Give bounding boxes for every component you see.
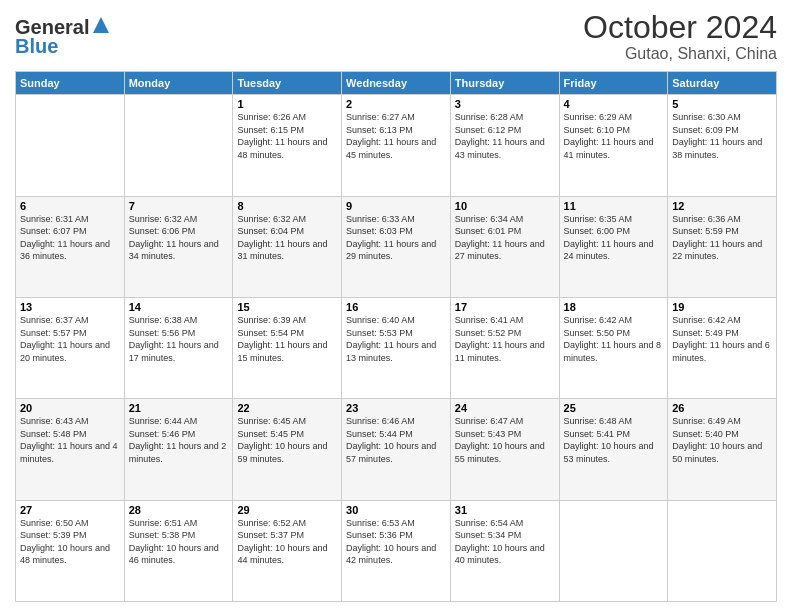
calendar-week-5: 27Sunrise: 6:50 AM Sunset: 5:39 PM Dayli… — [16, 500, 777, 601]
calendar-cell — [16, 95, 125, 196]
header: General Blue October 2024 Gutao, Shanxi,… — [15, 10, 777, 63]
calendar-table: Sunday Monday Tuesday Wednesday Thursday… — [15, 71, 777, 602]
calendar-cell: 4Sunrise: 6:29 AM Sunset: 6:10 PM Daylig… — [559, 95, 668, 196]
day-number: 19 — [672, 301, 772, 313]
calendar-cell: 14Sunrise: 6:38 AM Sunset: 5:56 PM Dayli… — [124, 297, 233, 398]
calendar-cell: 20Sunrise: 6:43 AM Sunset: 5:48 PM Dayli… — [16, 399, 125, 500]
day-number: 31 — [455, 504, 555, 516]
day-detail: Sunrise: 6:32 AM Sunset: 6:04 PM Dayligh… — [237, 213, 337, 263]
day-number: 25 — [564, 402, 664, 414]
calendar-cell: 11Sunrise: 6:35 AM Sunset: 6:00 PM Dayli… — [559, 196, 668, 297]
calendar-cell: 21Sunrise: 6:44 AM Sunset: 5:46 PM Dayli… — [124, 399, 233, 500]
day-number: 23 — [346, 402, 446, 414]
day-detail: Sunrise: 6:49 AM Sunset: 5:40 PM Dayligh… — [672, 415, 772, 465]
day-number: 20 — [20, 402, 120, 414]
day-number: 28 — [129, 504, 229, 516]
day-detail: Sunrise: 6:44 AM Sunset: 5:46 PM Dayligh… — [129, 415, 229, 465]
logo-icon — [91, 15, 111, 35]
calendar-cell: 24Sunrise: 6:47 AM Sunset: 5:43 PM Dayli… — [450, 399, 559, 500]
day-detail: Sunrise: 6:36 AM Sunset: 5:59 PM Dayligh… — [672, 213, 772, 263]
day-detail: Sunrise: 6:38 AM Sunset: 5:56 PM Dayligh… — [129, 314, 229, 364]
day-detail: Sunrise: 6:35 AM Sunset: 6:00 PM Dayligh… — [564, 213, 664, 263]
title-block: October 2024 Gutao, Shanxi, China — [583, 10, 777, 63]
day-detail: Sunrise: 6:42 AM Sunset: 5:49 PM Dayligh… — [672, 314, 772, 364]
calendar-cell — [124, 95, 233, 196]
calendar-cell: 19Sunrise: 6:42 AM Sunset: 5:49 PM Dayli… — [668, 297, 777, 398]
day-number: 7 — [129, 200, 229, 212]
calendar-cell: 16Sunrise: 6:40 AM Sunset: 5:53 PM Dayli… — [342, 297, 451, 398]
day-number: 4 — [564, 98, 664, 110]
day-number: 30 — [346, 504, 446, 516]
day-detail: Sunrise: 6:45 AM Sunset: 5:45 PM Dayligh… — [237, 415, 337, 465]
calendar-cell: 10Sunrise: 6:34 AM Sunset: 6:01 PM Dayli… — [450, 196, 559, 297]
day-number: 2 — [346, 98, 446, 110]
day-detail: Sunrise: 6:34 AM Sunset: 6:01 PM Dayligh… — [455, 213, 555, 263]
day-detail: Sunrise: 6:32 AM Sunset: 6:06 PM Dayligh… — [129, 213, 229, 263]
calendar-cell: 1Sunrise: 6:26 AM Sunset: 6:15 PM Daylig… — [233, 95, 342, 196]
col-wednesday: Wednesday — [342, 72, 451, 95]
day-detail: Sunrise: 6:29 AM Sunset: 6:10 PM Dayligh… — [564, 111, 664, 161]
day-number: 9 — [346, 200, 446, 212]
calendar-cell — [559, 500, 668, 601]
calendar-cell: 9Sunrise: 6:33 AM Sunset: 6:03 PM Daylig… — [342, 196, 451, 297]
day-detail: Sunrise: 6:51 AM Sunset: 5:38 PM Dayligh… — [129, 517, 229, 567]
calendar-cell: 8Sunrise: 6:32 AM Sunset: 6:04 PM Daylig… — [233, 196, 342, 297]
day-detail: Sunrise: 6:52 AM Sunset: 5:37 PM Dayligh… — [237, 517, 337, 567]
calendar-cell: 30Sunrise: 6:53 AM Sunset: 5:36 PM Dayli… — [342, 500, 451, 601]
calendar-cell: 29Sunrise: 6:52 AM Sunset: 5:37 PM Dayli… — [233, 500, 342, 601]
day-number: 10 — [455, 200, 555, 212]
calendar-cell: 7Sunrise: 6:32 AM Sunset: 6:06 PM Daylig… — [124, 196, 233, 297]
calendar-cell: 22Sunrise: 6:45 AM Sunset: 5:45 PM Dayli… — [233, 399, 342, 500]
calendar-cell: 3Sunrise: 6:28 AM Sunset: 6:12 PM Daylig… — [450, 95, 559, 196]
day-number: 24 — [455, 402, 555, 414]
day-number: 5 — [672, 98, 772, 110]
day-number: 22 — [237, 402, 337, 414]
day-number: 29 — [237, 504, 337, 516]
calendar-cell: 31Sunrise: 6:54 AM Sunset: 5:34 PM Dayli… — [450, 500, 559, 601]
day-detail: Sunrise: 6:27 AM Sunset: 6:13 PM Dayligh… — [346, 111, 446, 161]
day-number: 21 — [129, 402, 229, 414]
day-detail: Sunrise: 6:42 AM Sunset: 5:50 PM Dayligh… — [564, 314, 664, 364]
calendar-cell: 27Sunrise: 6:50 AM Sunset: 5:39 PM Dayli… — [16, 500, 125, 601]
day-detail: Sunrise: 6:37 AM Sunset: 5:57 PM Dayligh… — [20, 314, 120, 364]
calendar-cell: 23Sunrise: 6:46 AM Sunset: 5:44 PM Dayli… — [342, 399, 451, 500]
day-number: 17 — [455, 301, 555, 313]
day-detail: Sunrise: 6:28 AM Sunset: 6:12 PM Dayligh… — [455, 111, 555, 161]
logo: General Blue — [15, 16, 111, 58]
day-detail: Sunrise: 6:46 AM Sunset: 5:44 PM Dayligh… — [346, 415, 446, 465]
page-title: October 2024 — [583, 10, 777, 45]
col-thursday: Thursday — [450, 72, 559, 95]
calendar-week-1: 1Sunrise: 6:26 AM Sunset: 6:15 PM Daylig… — [16, 95, 777, 196]
calendar-cell: 26Sunrise: 6:49 AM Sunset: 5:40 PM Dayli… — [668, 399, 777, 500]
calendar-week-2: 6Sunrise: 6:31 AM Sunset: 6:07 PM Daylig… — [16, 196, 777, 297]
day-number: 26 — [672, 402, 772, 414]
col-friday: Friday — [559, 72, 668, 95]
calendar-cell: 5Sunrise: 6:30 AM Sunset: 6:09 PM Daylig… — [668, 95, 777, 196]
day-number: 6 — [20, 200, 120, 212]
day-detail: Sunrise: 6:31 AM Sunset: 6:07 PM Dayligh… — [20, 213, 120, 263]
day-detail: Sunrise: 6:50 AM Sunset: 5:39 PM Dayligh… — [20, 517, 120, 567]
day-detail: Sunrise: 6:48 AM Sunset: 5:41 PM Dayligh… — [564, 415, 664, 465]
calendar-cell: 15Sunrise: 6:39 AM Sunset: 5:54 PM Dayli… — [233, 297, 342, 398]
day-detail: Sunrise: 6:30 AM Sunset: 6:09 PM Dayligh… — [672, 111, 772, 161]
col-saturday: Saturday — [668, 72, 777, 95]
day-number: 16 — [346, 301, 446, 313]
day-number: 1 — [237, 98, 337, 110]
day-detail: Sunrise: 6:33 AM Sunset: 6:03 PM Dayligh… — [346, 213, 446, 263]
calendar-cell: 13Sunrise: 6:37 AM Sunset: 5:57 PM Dayli… — [16, 297, 125, 398]
col-monday: Monday — [124, 72, 233, 95]
day-detail: Sunrise: 6:40 AM Sunset: 5:53 PM Dayligh… — [346, 314, 446, 364]
page-subtitle: Gutao, Shanxi, China — [583, 45, 777, 63]
day-number: 12 — [672, 200, 772, 212]
day-number: 14 — [129, 301, 229, 313]
page: General Blue October 2024 Gutao, Shanxi,… — [0, 0, 792, 612]
calendar-cell — [668, 500, 777, 601]
day-number: 13 — [20, 301, 120, 313]
day-detail: Sunrise: 6:43 AM Sunset: 5:48 PM Dayligh… — [20, 415, 120, 465]
day-number: 8 — [237, 200, 337, 212]
calendar-cell: 6Sunrise: 6:31 AM Sunset: 6:07 PM Daylig… — [16, 196, 125, 297]
col-tuesday: Tuesday — [233, 72, 342, 95]
day-detail: Sunrise: 6:41 AM Sunset: 5:52 PM Dayligh… — [455, 314, 555, 364]
day-detail: Sunrise: 6:26 AM Sunset: 6:15 PM Dayligh… — [237, 111, 337, 161]
calendar-cell: 25Sunrise: 6:48 AM Sunset: 5:41 PM Dayli… — [559, 399, 668, 500]
